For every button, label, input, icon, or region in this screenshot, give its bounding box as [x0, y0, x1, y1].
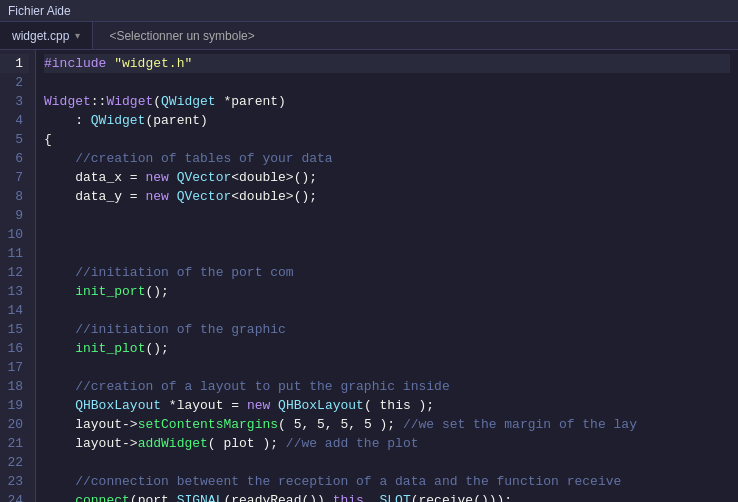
- code-content[interactable]: #include "widget.h" Widget::Widget(QWidg…: [36, 50, 738, 502]
- line-number-2: 2: [0, 73, 29, 92]
- code-line-11: [44, 244, 730, 263]
- code-line-13: init_port();: [44, 282, 730, 301]
- code-line-7: data_x = new QVector<double>();: [44, 168, 730, 187]
- tab-bar: widget.cpp ▾ <Selectionner un symbole>: [0, 22, 738, 50]
- title-bar-text: Fichier Aide: [8, 4, 71, 18]
- file-tab[interactable]: widget.cpp ▾: [0, 22, 93, 49]
- code-line-17: [44, 358, 730, 377]
- symbol-tab-label: <Selectionner un symbole>: [109, 29, 254, 43]
- line-number-5: 5: [0, 130, 29, 149]
- code-line-12: //initiation of the port com: [44, 263, 730, 282]
- code-line-5: {: [44, 130, 730, 149]
- code-line-9: [44, 206, 730, 225]
- line-number-18: 18: [0, 377, 29, 396]
- line-number-20: 20: [0, 415, 29, 434]
- code-line-24: connect(port,SIGNAL(readyRead()),this, S…: [44, 491, 730, 502]
- code-line-4: : QWidget(parent): [44, 111, 730, 130]
- line-number-22: 22: [0, 453, 29, 472]
- line-number-14: 14: [0, 301, 29, 320]
- code-line-2: [44, 73, 730, 92]
- code-line-20: layout->setContentsMargins( 5, 5, 5, 5 )…: [44, 415, 730, 434]
- line-numbers: 1234567891011121314151617181920212223242…: [0, 50, 36, 502]
- file-tab-label: widget.cpp: [12, 29, 69, 43]
- code-line-3: Widget::Widget(QWidget *parent): [44, 92, 730, 111]
- code-line-21: layout->addWidget( plot ); //we add the …: [44, 434, 730, 453]
- code-area: 1234567891011121314151617181920212223242…: [0, 50, 738, 502]
- line-number-11: 11: [0, 244, 29, 263]
- line-number-4: 4: [0, 111, 29, 130]
- tab-dropdown-icon: ▾: [75, 30, 80, 41]
- line-number-9: 9: [0, 206, 29, 225]
- symbol-tab[interactable]: <Selectionner un symbole>: [93, 22, 270, 49]
- code-line-8: data_y = new QVector<double>();: [44, 187, 730, 206]
- code-line-16: init_plot();: [44, 339, 730, 358]
- line-number-1: 1: [0, 54, 29, 73]
- line-number-3: 3: [0, 92, 29, 111]
- line-number-13: 13: [0, 282, 29, 301]
- line-number-15: 15: [0, 320, 29, 339]
- line-number-19: 19: [0, 396, 29, 415]
- line-number-17: 17: [0, 358, 29, 377]
- line-number-10: 10: [0, 225, 29, 244]
- code-line-22: [44, 453, 730, 472]
- code-line-23: //connection betweent the reception of a…: [44, 472, 730, 491]
- line-number-21: 21: [0, 434, 29, 453]
- line-number-7: 7: [0, 168, 29, 187]
- code-line-6: //creation of tables of your data: [44, 149, 730, 168]
- code-line-15: //initiation of the graphic: [44, 320, 730, 339]
- code-line-14: [44, 301, 730, 320]
- line-number-8: 8: [0, 187, 29, 206]
- code-line-19: QHBoxLayout *layout = new QHBoxLayout( t…: [44, 396, 730, 415]
- line-number-12: 12: [0, 263, 29, 282]
- title-bar: Fichier Aide: [0, 0, 738, 22]
- code-line-18: //creation of a layout to put the graphi…: [44, 377, 730, 396]
- line-number-23: 23: [0, 472, 29, 491]
- code-line-10: [44, 225, 730, 244]
- code-line-1: #include "widget.h": [44, 54, 730, 73]
- line-number-24: 24: [0, 491, 29, 502]
- line-number-16: 16: [0, 339, 29, 358]
- line-number-6: 6: [0, 149, 29, 168]
